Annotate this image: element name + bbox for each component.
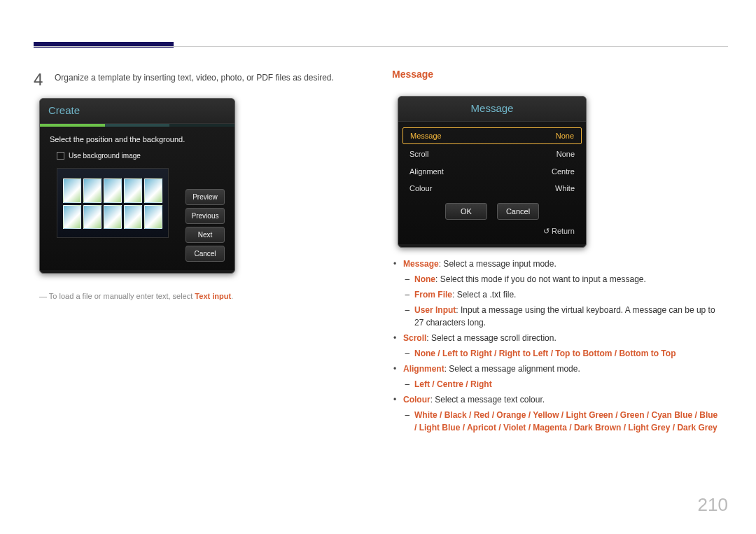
- message-panel: Message Message None Scroll None Alignme…: [398, 96, 587, 248]
- note-highlight: Text input: [195, 292, 231, 300]
- rest: : Select a message alignment mode.: [444, 364, 580, 374]
- lbl: Colour: [403, 395, 430, 405]
- return-label: Return: [552, 227, 575, 235]
- desc-userinput: User Input: Input a message using the vi…: [392, 304, 721, 329]
- thumb[interactable]: [63, 205, 81, 230]
- row-message[interactable]: Message None: [402, 127, 582, 145]
- bg-checkbox-row[interactable]: Use background image: [57, 150, 225, 161]
- thumb[interactable]: [144, 205, 162, 230]
- checkbox-icon[interactable]: [57, 152, 64, 160]
- thumb[interactable]: [144, 178, 162, 203]
- note-suffix: .: [231, 292, 233, 300]
- message-panel-title: Message: [398, 97, 586, 122]
- left-column: 4 Organize a template by inserting text,…: [34, 67, 356, 302]
- thumb[interactable]: [124, 205, 142, 230]
- create-buttons: Preview Previous Next Cancel: [186, 189, 225, 262]
- note-prefix: To load a file or manually enter text, s…: [49, 292, 195, 300]
- rest: : Select a message scroll direction.: [426, 333, 556, 343]
- thumb[interactable]: [104, 205, 122, 230]
- row-colour[interactable]: Colour White: [401, 180, 583, 197]
- desc-alignment-opts: Left / Centre / Right: [392, 378, 721, 391]
- create-panel-title: Create: [40, 99, 234, 124]
- left-note: To load a file or manually enter text, s…: [39, 290, 356, 302]
- desc-scroll: Scroll: Select a message scroll directio…: [392, 332, 721, 344]
- rest: : Select a message input mode.: [439, 259, 556, 269]
- desc-message: Message: Select a message input mode.: [392, 258, 721, 270]
- row-colour-value: White: [555, 183, 575, 195]
- progress-seg-3: [169, 124, 234, 127]
- step-text: Organize a template by inserting text, v…: [55, 67, 356, 84]
- opts: White / Black / Red / Orange / Yellow / …: [414, 410, 718, 433]
- lbl: Alignment: [403, 364, 444, 374]
- ok-button[interactable]: OK: [445, 203, 487, 220]
- next-button[interactable]: Next: [186, 227, 225, 243]
- progress-seg-2: [105, 124, 170, 127]
- checkbox-label: Use background image: [69, 150, 141, 161]
- page-number: 210: [698, 491, 728, 519]
- lbl: Scroll: [403, 333, 426, 343]
- thumb[interactable]: [63, 178, 81, 203]
- thumb[interactable]: [124, 178, 142, 203]
- return-icon: [543, 227, 552, 235]
- lbl: None: [414, 274, 435, 284]
- row-alignment-value: Centre: [552, 166, 575, 178]
- row-scroll[interactable]: Scroll None: [401, 146, 583, 163]
- lbl: Message: [403, 259, 439, 269]
- desc-scroll-opts: None / Left to Right / Right to Left / T…: [392, 347, 721, 360]
- rest: : Select this mode if you do not want to…: [435, 274, 646, 284]
- desc-alignment: Alignment: Select a message alignment mo…: [392, 363, 721, 375]
- row-alignment-label: Alignment: [410, 166, 444, 178]
- return-row[interactable]: Return: [401, 223, 583, 243]
- step-number: 4: [34, 67, 52, 92]
- description-list: Message: Select a message input mode. No…: [392, 258, 721, 434]
- lbl: From File: [414, 290, 452, 300]
- top-rule: [34, 46, 728, 47]
- desc-colour-opts: White / Black / Red / Orange / Yellow / …: [392, 409, 721, 434]
- thumb[interactable]: [83, 178, 102, 203]
- rest: : Select a message text colour.: [430, 395, 545, 405]
- row-colour-label: Colour: [410, 183, 432, 195]
- lbl: User Input: [414, 305, 456, 315]
- preview-button[interactable]: Preview: [186, 189, 225, 205]
- desc-none: None: Select this mode if you do not wan…: [392, 273, 721, 286]
- progress-bar: [40, 124, 234, 127]
- cancel-button[interactable]: Cancel: [186, 246, 225, 262]
- preview-area: [57, 168, 169, 238]
- row-scroll-value: None: [556, 148, 575, 160]
- opts: Left / Centre / Right: [414, 379, 492, 389]
- cancel-button-dialog[interactable]: Cancel: [497, 203, 539, 220]
- thumb[interactable]: [83, 205, 102, 230]
- rest: : Input a message using the virtual keyb…: [414, 305, 715, 328]
- desc-fromfile: From File: Select a .txt file.: [392, 288, 721, 301]
- thumb-grid: [63, 178, 162, 229]
- row-message-label: Message: [410, 130, 442, 142]
- row-alignment[interactable]: Alignment Centre: [401, 163, 583, 181]
- section-title-message: Message: [392, 67, 721, 82]
- desc-colour: Colour: Select a message text colour.: [392, 393, 721, 406]
- row-scroll-label: Scroll: [410, 148, 429, 160]
- row-message-value: None: [556, 130, 574, 142]
- previous-button[interactable]: Previous: [186, 208, 225, 224]
- rest: : Select a .txt file.: [452, 290, 516, 300]
- create-panel: Create Select the position and the backg…: [39, 98, 235, 274]
- opts: None / Left to Right / Right to Left / T…: [414, 349, 676, 358]
- thumb[interactable]: [104, 178, 122, 203]
- progress-seg-1: [40, 124, 105, 127]
- create-panel-body: Select the position and the background. …: [40, 127, 234, 271]
- create-instruction: Select the position and the background.: [50, 134, 225, 146]
- right-column: Message Message Message None Scroll None…: [392, 67, 721, 437]
